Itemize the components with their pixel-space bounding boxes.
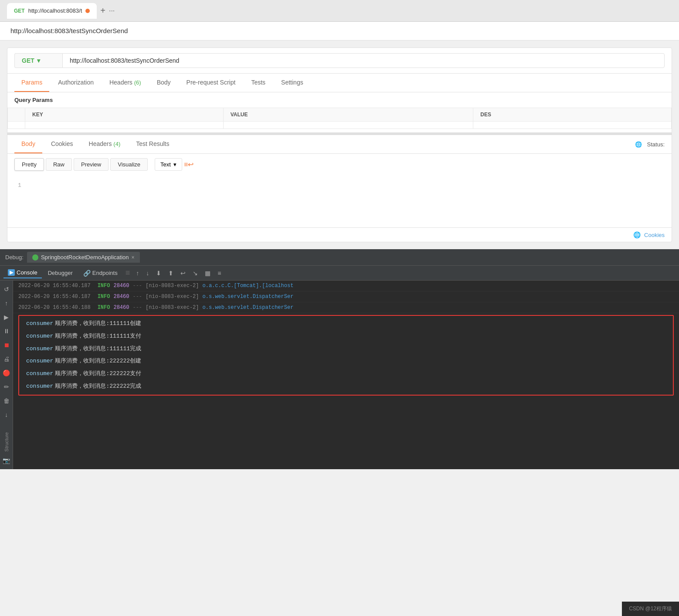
response-tabs-row: Body Cookies Headers (4) Test Results 🌐 …: [7, 135, 672, 154]
sidebar-refresh-btn[interactable]: ↺: [2, 284, 11, 294]
raw-button[interactable]: Raw: [46, 158, 72, 171]
pretty-button[interactable]: Pretty: [14, 158, 44, 171]
sidebar-stop-btn[interactable]: ⏹: [2, 340, 11, 350]
cookies-bar: 🌐 Cookies: [7, 227, 672, 242]
debug-tab-close[interactable]: ×: [132, 254, 135, 261]
response-tab-cookies[interactable]: Cookies: [44, 135, 80, 153]
toolbar-grid-btn[interactable]: ▦: [202, 268, 213, 278]
tab-settings[interactable]: Settings: [274, 74, 310, 92]
tab-authorization[interactable]: Authorization: [51, 74, 101, 92]
preview-button[interactable]: Preview: [74, 158, 109, 171]
tab-pre-request[interactable]: Pre-request Script: [180, 74, 243, 92]
toolbar-down-arrow-btn[interactable]: ↓: [143, 268, 152, 278]
log-class: o.s.web.servlet.DispatcherSer: [203, 293, 674, 301]
log-line: 2022-06-20 16:55:40.187 INFO 28460 --- […: [13, 281, 679, 291]
toolbar-separator: ≡: [126, 268, 130, 278]
endpoints-tab-label: Endpoints: [92, 270, 118, 276]
globe-icon: 🌐: [635, 141, 642, 148]
debug-app-tab[interactable]: SpringbootRocketDemoApplication ×: [27, 252, 140, 263]
toolbar-lines-btn[interactable]: ≡: [215, 268, 224, 278]
browser-tab-bar: GET http://localhost:8083/t + ···: [0, 0, 679, 22]
sidebar-camera-btn[interactable]: 📷: [1, 455, 12, 466]
table-row: [8, 122, 672, 129]
response-tab-headers[interactable]: Headers (4): [82, 135, 128, 153]
new-tab-button[interactable]: +: [100, 6, 105, 16]
request-line: GET ▾: [7, 48, 672, 74]
row-key[interactable]: [25, 122, 224, 129]
col-check: [8, 108, 25, 122]
console-icon: ▶: [8, 269, 15, 276]
consumer-msg: 顺序消费，收到消息:111111完成: [55, 345, 141, 354]
log-sep: ---: [132, 282, 142, 290]
debug-header: Debug: SpringbootRocketDemoApplication ×: [0, 249, 679, 266]
address-bar: http://localhost:8083/testSyncOrderSend: [0, 22, 679, 41]
tab-params[interactable]: Params: [14, 74, 49, 92]
endpoints-tab-button[interactable]: 🔗 Endpoints: [79, 268, 122, 278]
debug-left-sidebar: ↺ ↑ ▶ ⏸ ⏹ 🖨 🔴 ✏ 🗑 ↓ Structure 📷: [0, 281, 13, 469]
headers-badge: (6): [134, 79, 141, 86]
tab-headers[interactable]: Headers (6): [102, 74, 148, 92]
row-desc[interactable]: [473, 122, 672, 129]
consumer-line: consumer 顺序消费，收到消息:111111完成: [19, 343, 673, 355]
tab-body[interactable]: Body: [150, 74, 178, 92]
toolbar-up2-btn[interactable]: ⬆: [166, 268, 176, 278]
cookies-globe-icon: 🌐: [633, 231, 641, 238]
app-name: SpringbootRocketDemoApplication: [41, 254, 129, 261]
response-status: 🌐 Status:: [635, 141, 665, 148]
toolbar-up-btn[interactable]: ↑: [133, 268, 142, 278]
browser-tab[interactable]: GET http://localhost:8083/t: [7, 3, 97, 19]
row-check: [8, 122, 25, 129]
tab-url-short: http://localhost:8083/t: [28, 7, 82, 14]
consumer-msg: 顺序消费，收到消息:222222创建: [55, 357, 141, 366]
text-type-arrow: ▾: [173, 161, 177, 168]
response-headers-badge: (4): [113, 141, 120, 147]
debug-toolbar: ▶ Console Debugger 🔗 Endpoints ≡ ↑ ↓ ⬇ ⬆…: [0, 266, 679, 281]
consumer-line: consumer 顺序消费，收到消息:111111支付: [19, 330, 673, 343]
log-level: INFO: [98, 293, 110, 301]
debug-panel: Debug: SpringbootRocketDemoApplication ×…: [0, 249, 679, 469]
method-label: GET: [22, 57, 34, 64]
url-input[interactable]: [62, 53, 665, 68]
consumer-msg: 顺序消费，收到消息:222222完成: [55, 382, 141, 391]
wrap-icon[interactable]: ≡↩: [184, 160, 194, 169]
query-params-label: Query Params: [7, 92, 672, 108]
col-key-header: KEY: [25, 108, 224, 122]
format-buttons: Pretty Raw Preview Visualize Text ▾ ≡↩: [7, 154, 672, 175]
debugger-tab-label: Debugger: [48, 270, 73, 276]
debug-log: 2022-06-20 16:55:40.187 INFO 28460 --- […: [13, 281, 679, 469]
response-tab-test-results[interactable]: Test Results: [129, 135, 176, 153]
visualize-button[interactable]: Visualize: [110, 158, 148, 171]
more-tabs-button[interactable]: ···: [109, 7, 115, 15]
log-sep: ---: [132, 293, 142, 301]
tab-modified-dot: [85, 9, 90, 13]
log-thread: [nio-8083-exec-2]: [146, 293, 199, 301]
toolbar-down-btn[interactable]: ⬇: [153, 268, 164, 278]
text-type-select[interactable]: Text ▾: [155, 158, 182, 171]
sidebar-scroll-up-btn[interactable]: ↑: [3, 298, 10, 308]
console-tab-button[interactable]: ▶ Console: [3, 267, 42, 278]
response-tab-body[interactable]: Body: [14, 135, 42, 153]
sidebar-pause-btn[interactable]: ⏸: [2, 326, 11, 336]
sidebar-filter-btn[interactable]: 🔴: [1, 368, 12, 378]
method-dropdown-arrow: ▾: [37, 57, 40, 64]
sidebar-scroll-down-btn[interactable]: ↓: [3, 410, 10, 420]
consumer-key: consumer: [26, 319, 53, 328]
log-lines-container: 2022-06-20 16:55:40.187 INFO 28460 --- […: [13, 281, 679, 313]
sidebar-trash-btn[interactable]: 🗑: [2, 396, 11, 406]
sidebar-play-btn[interactable]: ▶: [2, 312, 10, 322]
consumer-key: consumer: [26, 382, 53, 391]
sidebar-print-btn[interactable]: 🖨: [2, 354, 11, 364]
method-select[interactable]: GET ▾: [14, 53, 62, 68]
consumer-line: consumer 顺序消费，收到消息:111111创建: [19, 318, 673, 330]
sidebar-edit-btn[interactable]: ✏: [2, 382, 11, 392]
toolbar-replay-btn[interactable]: ↩: [178, 268, 188, 278]
debug-label: Debug:: [5, 254, 24, 261]
log-pid: 28460: [113, 282, 129, 290]
cookies-link[interactable]: Cookies: [644, 232, 665, 238]
debugger-tab-button[interactable]: Debugger: [44, 268, 77, 278]
row-value[interactable]: [223, 122, 473, 129]
consumer-block: consumer 顺序消费，收到消息:111111创建 consumer 顺序消…: [18, 315, 674, 396]
tab-tests[interactable]: Tests: [244, 74, 272, 92]
toolbar-step-btn[interactable]: ↘: [190, 268, 200, 278]
bottom-bar: CSDN @12程序猿: [622, 602, 679, 616]
